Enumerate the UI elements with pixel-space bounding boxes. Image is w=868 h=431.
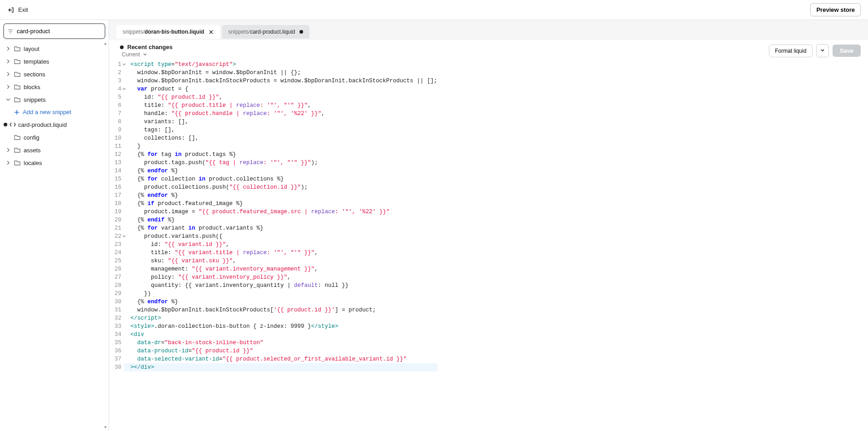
code-line[interactable]: {% for variant in product.variants %} (124, 224, 437, 232)
code-line[interactable]: sku: "{{ variant.sku }}", (124, 257, 437, 265)
code-line[interactable]: data-selected-variant-id="{{ product.sel… (124, 355, 437, 363)
code-line[interactable]: ></div> (124, 363, 437, 371)
line-number: 1 (115, 60, 121, 69)
line-number: 3 (115, 77, 121, 85)
line-number: 26 (115, 265, 121, 273)
code-line[interactable]: policy: "{{ variant.inventory_policy }}"… (124, 273, 437, 281)
line-number: 27 (115, 273, 121, 281)
code-line[interactable]: product.image = "{{ product.featured_ima… (124, 208, 437, 216)
line-number: 22 (115, 232, 121, 241)
code-line[interactable]: management: "{{ variant.inventory_manage… (124, 265, 437, 273)
line-number: 29 (115, 290, 121, 298)
line-number: 9 (115, 126, 121, 134)
file-filter-input[interactable] (4, 24, 105, 39)
filter-wrap (4, 24, 105, 39)
folder-locales[interactable]: locales (4, 156, 105, 169)
header-actions: Format liquid Save (769, 44, 861, 57)
folder-sections[interactable]: sections (4, 68, 105, 80)
version-select[interactable]: Current (120, 51, 173, 58)
tab-card-product[interactable]: snippets/card-product.liquid (222, 25, 309, 39)
exit-icon (7, 6, 15, 14)
line-number: 7 (115, 110, 121, 118)
code-editor[interactable]: 1234567891011121314151617181920212223242… (109, 60, 868, 431)
code-line[interactable]: title: "{{ product.title | replace: '"',… (124, 101, 437, 110)
code-line[interactable]: quantity: {{ variant.inventory_quantity … (124, 281, 437, 290)
code-line[interactable]: handle: "{{ product.handle | replace: '"… (124, 110, 437, 118)
folder-label: config (24, 134, 40, 141)
fold-icon[interactable] (122, 234, 126, 239)
file-tree: layout templates sections blocks snippet (4, 42, 105, 427)
line-number: 20 (115, 216, 121, 224)
tab-doran-bis-button[interactable]: snippets/doran-bis-button.liquid (116, 25, 220, 39)
code-line[interactable]: product.variants.push({ (124, 232, 437, 241)
line-number: 36 (115, 347, 121, 355)
code-line[interactable]: collections: [], (124, 134, 437, 142)
code-line[interactable]: <script type="text/javascript"> (124, 60, 437, 69)
code-line[interactable]: <style>.doran-collection-bis-button { z-… (124, 322, 437, 331)
fold-icon[interactable] (122, 62, 126, 67)
fold-icon[interactable] (122, 87, 126, 91)
chevron-right-icon (5, 59, 11, 64)
line-number: 16 (115, 183, 121, 191)
folder-icon (14, 96, 21, 103)
dirty-indicator-icon (299, 30, 303, 34)
line-number: 12 (115, 150, 121, 159)
folder-label: snippets (24, 96, 45, 103)
changes-title: Recent changes (120, 44, 173, 50)
code-line[interactable]: variants: [], (124, 118, 437, 126)
folder-config[interactable]: config (4, 131, 105, 144)
folder-layout[interactable]: layout (4, 42, 105, 55)
tab-label: snippets/card-product.liquid (228, 29, 295, 35)
line-number: 38 (115, 363, 121, 371)
code-line[interactable]: data-dr="back-in-stock-inline-button" (124, 339, 437, 347)
code-line[interactable]: } (124, 142, 437, 150)
code-line[interactable]: data-product-id="{{ product.id }}" (124, 347, 437, 355)
code-line[interactable]: {% endfor %} (124, 298, 437, 306)
folder-assets[interactable]: assets (4, 144, 105, 156)
folder-snippets[interactable]: snippets (4, 93, 105, 106)
add-snippet-button[interactable]: Add a new snippet (4, 106, 105, 118)
folder-templates[interactable]: templates (4, 55, 105, 68)
code-line[interactable]: product.tags.push("{{ tag | replace: '"'… (124, 159, 437, 167)
code-line[interactable]: id: "{{ product.id }}", (124, 93, 437, 101)
file-card-product[interactable]: card-product.liquid (4, 118, 105, 131)
code-line[interactable]: tags: [], (124, 126, 437, 134)
line-number: 15 (115, 175, 121, 183)
line-number: 24 (115, 249, 121, 257)
code-line[interactable]: {% for tag in product.tags %} (124, 150, 437, 159)
code-line[interactable]: product.collections.push("{{ collection.… (124, 183, 437, 191)
code-line[interactable]: window.$bpDoranInit = window.$bpDoranIni… (124, 69, 437, 77)
code-line[interactable]: id: "{{ variant.id }}", (124, 241, 437, 249)
chevron-right-icon (5, 84, 11, 90)
format-options-button[interactable] (816, 44, 829, 57)
folder-label: assets (24, 147, 41, 154)
code-line[interactable]: {% endfor %} (124, 167, 437, 175)
code-line[interactable]: {% endif %} (124, 216, 437, 224)
close-icon[interactable] (209, 30, 214, 35)
code-line[interactable]: title: "{{ variant.title | replace: '"',… (124, 249, 437, 257)
line-number: 6 (115, 101, 121, 110)
code-line[interactable]: {% endfor %} (124, 191, 437, 200)
chevron-down-icon (5, 97, 11, 102)
line-number: 37 (115, 355, 121, 363)
save-button[interactable]: Save (833, 45, 861, 57)
folder-blocks[interactable]: blocks (4, 80, 105, 93)
code-line[interactable]: }) (124, 290, 437, 298)
editor-header: Recent changes Current Format liquid Sav… (109, 40, 868, 60)
code-line[interactable]: window.$bpDoranInit.backInStockProducts[… (124, 306, 437, 314)
code-file-icon (9, 121, 16, 128)
chevron-down-icon (820, 48, 825, 53)
code-line[interactable]: </script> (124, 314, 437, 322)
format-liquid-button[interactable]: Format liquid (769, 45, 812, 57)
code-content[interactable]: <script type="text/javascript"> window.$… (124, 60, 437, 431)
line-number: 23 (115, 241, 121, 249)
tab-bar: snippets/doran-bis-button.liquid snippet… (109, 24, 868, 40)
code-line[interactable]: <div (124, 331, 437, 339)
code-line[interactable]: {% if product.featured_image %} (124, 200, 437, 208)
dirty-indicator-icon (4, 123, 7, 126)
exit-button[interactable]: Exit (7, 6, 28, 14)
code-line[interactable]: var product = { (124, 85, 437, 93)
preview-store-button[interactable]: Preview store (810, 3, 861, 16)
code-line[interactable]: {% for collection in product.collections… (124, 175, 437, 183)
code-line[interactable]: window.$bpDoranInit.backInStockProducts … (124, 77, 437, 85)
